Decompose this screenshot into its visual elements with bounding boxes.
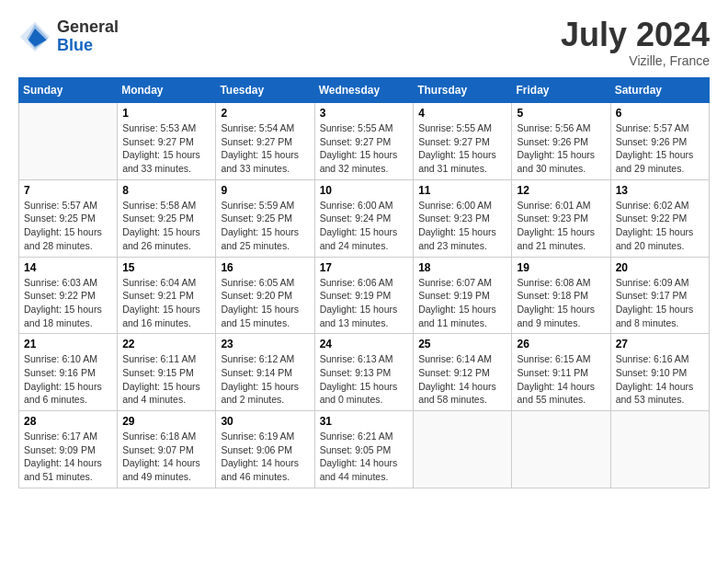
day-number: 2 xyxy=(221,107,309,120)
calendar-cell: 22Sunrise: 6:11 AMSunset: 9:15 PMDayligh… xyxy=(118,334,216,411)
day-number: 21 xyxy=(24,338,112,350)
calendar-cell: 31Sunrise: 6:21 AMSunset: 9:05 PMDayligh… xyxy=(314,411,414,488)
header-day-sunday: Sunday xyxy=(19,78,118,103)
day-info: Sunrise: 5:56 AMSunset: 9:26 PMDaylight:… xyxy=(517,121,605,176)
day-number: 9 xyxy=(221,184,309,197)
day-info: Sunrise: 6:14 AMSunset: 9:12 PMDaylight:… xyxy=(418,352,506,407)
day-info: Sunrise: 6:12 AMSunset: 9:14 PMDaylight:… xyxy=(221,352,309,407)
day-info: Sunrise: 6:11 AMSunset: 9:15 PMDaylight:… xyxy=(122,352,210,407)
logo-icon xyxy=(18,20,51,53)
calendar-cell: 7Sunrise: 5:57 AMSunset: 9:25 PMDaylight… xyxy=(19,179,118,257)
day-info: Sunrise: 6:17 AMSunset: 9:09 PMDaylight:… xyxy=(24,430,112,484)
day-number: 28 xyxy=(24,415,112,428)
day-info: Sunrise: 6:08 AMSunset: 9:18 PMDaylight:… xyxy=(517,276,605,330)
week-row-4: 28Sunrise: 6:17 AMSunset: 9:09 PMDayligh… xyxy=(19,411,710,488)
calendar-cell xyxy=(512,411,610,488)
day-number: 23 xyxy=(221,338,309,350)
day-number: 15 xyxy=(122,261,210,274)
day-info: Sunrise: 5:57 AMSunset: 9:26 PMDaylight:… xyxy=(616,121,704,176)
day-info: Sunrise: 5:54 AMSunset: 9:27 PMDaylight:… xyxy=(221,121,309,176)
day-number: 27 xyxy=(616,338,704,350)
day-info: Sunrise: 5:57 AMSunset: 9:25 PMDaylight:… xyxy=(24,199,112,253)
calendar-cell: 2Sunrise: 5:54 AMSunset: 9:27 PMDaylight… xyxy=(216,103,314,180)
day-info: Sunrise: 6:02 AMSunset: 9:22 PMDaylight:… xyxy=(616,199,704,253)
day-number: 26 xyxy=(517,338,605,350)
header-day-saturday: Saturday xyxy=(610,78,709,103)
day-number: 8 xyxy=(122,184,210,197)
day-info: Sunrise: 6:04 AMSunset: 9:21 PMDaylight:… xyxy=(122,276,210,330)
day-info: Sunrise: 5:59 AMSunset: 9:25 PMDaylight:… xyxy=(221,199,309,253)
day-info: Sunrise: 6:19 AMSunset: 9:06 PMDaylight:… xyxy=(221,430,309,484)
day-number: 22 xyxy=(122,338,210,350)
calendar-cell xyxy=(610,411,709,488)
calendar-cell xyxy=(414,411,512,488)
day-number: 6 xyxy=(616,107,704,120)
week-row-1: 7Sunrise: 5:57 AMSunset: 9:25 PMDaylight… xyxy=(19,179,710,257)
calendar-cell: 23Sunrise: 6:12 AMSunset: 9:14 PMDayligh… xyxy=(216,334,314,411)
calendar-cell: 16Sunrise: 6:05 AMSunset: 9:20 PMDayligh… xyxy=(216,257,314,334)
day-number: 19 xyxy=(517,261,605,274)
day-info: Sunrise: 6:21 AMSunset: 9:05 PMDaylight:… xyxy=(320,430,409,484)
month-year: July 2024 xyxy=(561,18,710,52)
day-number: 20 xyxy=(616,261,704,274)
day-info: Sunrise: 6:05 AMSunset: 9:20 PMDaylight:… xyxy=(221,276,309,330)
logo-blue-text: Blue xyxy=(57,37,119,55)
day-number: 7 xyxy=(24,184,112,197)
day-info: Sunrise: 5:55 AMSunset: 9:27 PMDaylight:… xyxy=(418,121,506,176)
day-info: Sunrise: 6:15 AMSunset: 9:11 PMDaylight:… xyxy=(517,352,605,407)
day-number: 18 xyxy=(418,261,506,274)
calendar-cell: 8Sunrise: 5:58 AMSunset: 9:25 PMDaylight… xyxy=(118,179,216,257)
calendar-header: SundayMondayTuesdayWednesdayThursdayFrid… xyxy=(19,78,710,103)
header-day-wednesday: Wednesday xyxy=(314,78,414,103)
day-number: 5 xyxy=(517,107,605,120)
calendar-cell: 28Sunrise: 6:17 AMSunset: 9:09 PMDayligh… xyxy=(19,411,118,488)
calendar-cell: 5Sunrise: 5:56 AMSunset: 9:26 PMDaylight… xyxy=(512,103,610,180)
calendar-cell: 4Sunrise: 5:55 AMSunset: 9:27 PMDaylight… xyxy=(414,103,512,180)
day-number: 14 xyxy=(24,261,112,274)
calendar-cell: 9Sunrise: 5:59 AMSunset: 9:25 PMDaylight… xyxy=(216,179,314,257)
calendar-cell: 3Sunrise: 5:55 AMSunset: 9:27 PMDaylight… xyxy=(314,103,414,180)
calendar-cell: 27Sunrise: 6:16 AMSunset: 9:10 PMDayligh… xyxy=(610,334,709,411)
day-number: 1 xyxy=(122,107,210,120)
calendar-cell: 11Sunrise: 6:00 AMSunset: 9:23 PMDayligh… xyxy=(414,179,512,257)
day-info: Sunrise: 6:00 AMSunset: 9:23 PMDaylight:… xyxy=(418,199,506,253)
day-number: 31 xyxy=(320,415,409,428)
calendar-cell: 12Sunrise: 6:01 AMSunset: 9:23 PMDayligh… xyxy=(512,179,610,257)
day-number: 17 xyxy=(320,261,409,274)
day-info: Sunrise: 6:09 AMSunset: 9:17 PMDaylight:… xyxy=(616,276,704,330)
day-info: Sunrise: 6:06 AMSunset: 9:19 PMDaylight:… xyxy=(320,276,409,330)
day-number: 10 xyxy=(320,184,409,197)
week-row-0: 1Sunrise: 5:53 AMSunset: 9:27 PMDaylight… xyxy=(19,103,710,180)
day-info: Sunrise: 6:16 AMSunset: 9:10 PMDaylight:… xyxy=(616,352,704,407)
day-number: 13 xyxy=(616,184,704,197)
logo: General Blue xyxy=(18,18,119,55)
calendar-cell: 15Sunrise: 6:04 AMSunset: 9:21 PMDayligh… xyxy=(118,257,216,334)
header-day-tuesday: Tuesday xyxy=(216,78,314,103)
day-info: Sunrise: 6:01 AMSunset: 9:23 PMDaylight:… xyxy=(517,199,605,253)
calendar-cell xyxy=(19,103,118,180)
header-day-thursday: Thursday xyxy=(414,78,512,103)
calendar-cell: 21Sunrise: 6:10 AMSunset: 9:16 PMDayligh… xyxy=(19,334,118,411)
day-info: Sunrise: 5:58 AMSunset: 9:25 PMDaylight:… xyxy=(122,199,210,253)
calendar-cell: 14Sunrise: 6:03 AMSunset: 9:22 PMDayligh… xyxy=(19,257,118,334)
header-day-monday: Monday xyxy=(118,78,216,103)
day-number: 4 xyxy=(418,107,506,120)
calendar-cell: 18Sunrise: 6:07 AMSunset: 9:19 PMDayligh… xyxy=(414,257,512,334)
day-info: Sunrise: 5:53 AMSunset: 9:27 PMDaylight:… xyxy=(122,121,210,176)
day-info: Sunrise: 6:10 AMSunset: 9:16 PMDaylight:… xyxy=(24,352,112,407)
calendar-cell: 29Sunrise: 6:18 AMSunset: 9:07 PMDayligh… xyxy=(118,411,216,488)
day-number: 12 xyxy=(517,184,605,197)
calendar-cell: 19Sunrise: 6:08 AMSunset: 9:18 PMDayligh… xyxy=(512,257,610,334)
day-number: 3 xyxy=(320,107,409,120)
day-info: Sunrise: 6:07 AMSunset: 9:19 PMDaylight:… xyxy=(418,276,506,330)
calendar-cell: 1Sunrise: 5:53 AMSunset: 9:27 PMDaylight… xyxy=(118,103,216,180)
calendar-cell: 26Sunrise: 6:15 AMSunset: 9:11 PMDayligh… xyxy=(512,334,610,411)
calendar-cell: 25Sunrise: 6:14 AMSunset: 9:12 PMDayligh… xyxy=(414,334,512,411)
day-info: Sunrise: 6:13 AMSunset: 9:13 PMDaylight:… xyxy=(320,352,409,407)
calendar-cell: 13Sunrise: 6:02 AMSunset: 9:22 PMDayligh… xyxy=(610,179,709,257)
calendar-table: SundayMondayTuesdayWednesdayThursdayFrid… xyxy=(18,77,710,488)
calendar-cell: 6Sunrise: 5:57 AMSunset: 9:26 PMDaylight… xyxy=(610,103,709,180)
header-day-friday: Friday xyxy=(512,78,610,103)
calendar-body: 1Sunrise: 5:53 AMSunset: 9:27 PMDaylight… xyxy=(19,103,710,488)
day-info: Sunrise: 6:03 AMSunset: 9:22 PMDaylight:… xyxy=(24,276,112,330)
